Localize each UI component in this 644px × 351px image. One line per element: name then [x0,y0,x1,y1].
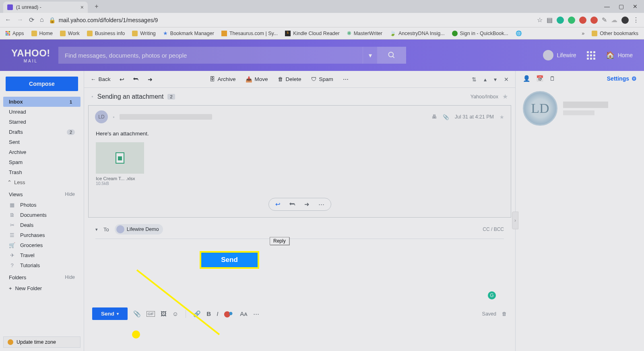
bookmark-kindle[interactable]: kKindle Cloud Reader [285,31,339,36]
move-button[interactable]: 📥Move [246,76,268,83]
compose-body[interactable] [95,239,504,291]
spam-button[interactable]: 🛡Spam [311,76,333,82]
ext-icon-5[interactable]: ✎ [602,16,607,24]
color-icon[interactable]: ⬤⬤ [224,310,234,318]
url-field[interactable]: 🔒 mail.yahoo.com/d/folders/1/messages/9 [49,17,532,23]
delete-button[interactable]: 🗑Delete [278,76,301,82]
view-deals[interactable]: ✂Deals [3,220,80,230]
folder-drafts[interactable]: Drafts2 [3,127,80,137]
minimize-icon[interactable]: — [604,3,610,10]
star-thread-icon[interactable]: ★ [502,93,508,100]
contact-card[interactable]: LD [523,91,637,126]
grammarly-icon[interactable]: G [488,291,496,299]
folder-trash[interactable]: Trash [3,167,80,177]
nav-back-icon[interactable]: ← [5,16,11,24]
reply-all-icon[interactable]: ⮪ [133,76,139,82]
view-photos[interactable]: ▦Photos [3,200,80,210]
sort-icon[interactable]: ⇅ [472,76,477,83]
cc-bcc-toggle[interactable]: CC / BCC [483,226,504,232]
bookmark-globe[interactable]: 🌐 [516,30,522,36]
search-input[interactable] [58,47,363,64]
bookmark-work[interactable]: Work [60,31,80,36]
collapse-compose-icon[interactable]: ▾ [95,227,98,232]
notes-icon[interactable]: 🗒 [549,75,555,82]
star-icon[interactable]: ☆ [537,16,543,24]
maximize-icon[interactable]: ▢ [619,3,624,10]
view-travel[interactable]: ✈Travel [3,250,80,260]
reload-icon[interactable]: ⟳ [29,16,34,24]
ext-icon-4[interactable] [590,17,598,24]
more-format-icon[interactable]: ⋯ [253,310,259,318]
back-button[interactable]: ←Back [91,76,111,82]
calendar-icon[interactable]: 📅 [536,75,544,82]
bookmark-masterwriter[interactable]: ❋MasterWriter [347,30,382,36]
pill-forward-icon[interactable]: ➜ [304,201,310,208]
folder-inbox[interactable]: Inbox1 [3,97,80,107]
browser-tab[interactable]: (1 unread) - × [3,2,88,13]
folder-spam[interactable]: Spam [3,157,80,167]
print-icon[interactable]: 🖶 [432,114,437,120]
discard-icon[interactable]: 🗑 [502,311,507,317]
bookmark-business[interactable]: Business info [87,31,125,36]
settings-link[interactable]: Settings ⚙ [607,75,637,82]
view-purchases[interactable]: ☰Purchases [3,230,80,240]
attach-file-icon[interactable]: 📎 [133,310,141,318]
hide-folders[interactable]: Hide [65,274,75,280]
folder-archive[interactable]: Archive [3,147,80,157]
apps-grid-icon[interactable] [587,51,595,60]
collapse-icon[interactable]: ▴ [484,76,487,83]
italic-icon[interactable]: I [217,310,218,317]
compose-button[interactable]: Compose [6,77,78,91]
folder-starred[interactable]: Starred [3,117,80,127]
bookmark-home[interactable]: Home [31,31,53,36]
bookmark-quickbooks[interactable]: Sign in - QuickBook... [452,31,508,36]
close-window-icon[interactable]: ✕ [633,3,638,10]
profile-avatar-icon[interactable] [621,17,629,24]
folder-sent[interactable]: Sent [3,137,80,147]
hide-views[interactable]: Hide [65,191,75,197]
pill-reply-icon[interactable]: ↩ [275,201,281,208]
bold-icon[interactable]: B [206,310,211,317]
bookmarks-overflow-icon[interactable]: » [582,31,584,36]
attachment-card[interactable]: Ice Cream T... .xlsx 10.5kB [96,142,144,186]
ext-icon-2[interactable] [568,17,575,24]
nav-forward-icon[interactable]: → [17,16,23,24]
new-folder-button[interactable]: +New Folder [3,283,80,294]
bookmark-writing[interactable]: Writing [132,31,156,36]
ext-icon-1[interactable] [557,17,564,24]
chrome-menu-icon[interactable]: ⋮ [633,16,639,24]
yahoo-logo[interactable]: YAHOO! MAIL [11,48,50,63]
search-button[interactable] [377,47,406,64]
other-bookmarks[interactable]: Other bookmarks [592,31,638,36]
reply-icon[interactable]: ↩ [120,76,124,83]
expand-rail-icon[interactable]: › [512,212,518,229]
home-nav-icon[interactable]: ⌂ [40,16,44,24]
archive-button[interactable]: 🗄Archive [210,76,236,82]
bookmark-ancestry[interactable]: 🍃AncestryDNA Insig... [390,30,445,36]
bookmark-manager[interactable]: ★Bookmark Manager [163,30,214,36]
close-message-icon[interactable]: ✕ [504,76,509,83]
emoji-icon[interactable]: ☺ [172,310,178,317]
stationery-icon[interactable]: 🖼 [161,310,167,317]
bookmark-thesaurus[interactable]: Thesaurus.com | Sy... [221,31,278,36]
ext-icon-3[interactable] [579,17,586,24]
view-documents[interactable]: 🗎Documents [3,210,80,220]
account-menu[interactable]: Lifewire [543,50,576,60]
recipient-chip[interactable]: Lifewire Demo [115,224,163,235]
star-message-icon[interactable]: ★ [500,114,504,120]
send-chevron-icon[interactable]: ▾ [117,312,119,316]
pill-reply-all-icon[interactable]: ⮪ [289,201,295,208]
more-icon[interactable]: ⋯ [343,76,349,83]
folder-unread[interactable]: Unread [3,107,80,117]
less-toggle[interactable]: ⌃Less [3,177,80,187]
timezone-banner[interactable]: Update time zone [3,336,80,348]
expand-icon[interactable]: ▾ [494,76,497,83]
pill-more-icon[interactable]: ⋯ [318,201,324,208]
font-size-icon[interactable]: Aᴀ [240,310,248,318]
view-tutorials[interactable]: ?Tutorials [3,260,80,270]
close-tab-icon[interactable]: × [80,4,84,10]
new-tab-button[interactable]: + [92,2,101,11]
gif-icon[interactable]: GIF [147,311,155,317]
reader-icon[interactable]: ▤ [547,16,553,24]
send-button[interactable]: Send ▾ [92,307,128,320]
